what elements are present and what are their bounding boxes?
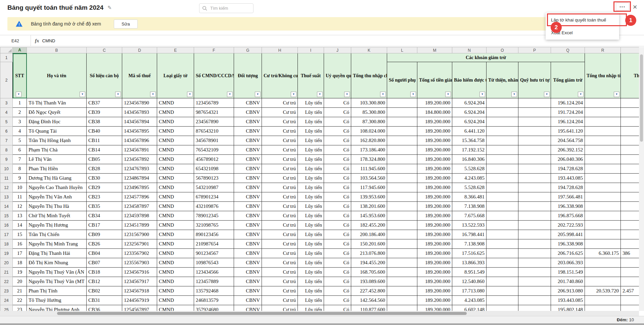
edit-mode-button[interactable]: Sửa: [114, 19, 138, 29]
cell-D23[interactable]: 1234567918: [122, 286, 157, 296]
cell-B6[interactable]: Tô Quang Tài: [27, 127, 87, 136]
cell-J22[interactable]: Có: [324, 277, 351, 286]
cell-F25[interactable]: 357924680: [194, 305, 234, 311]
horizontal-scrollbar-thumb[interactable]: [57, 312, 467, 315]
cell-J9[interactable]: Có: [324, 155, 351, 164]
cell-I4[interactable]: Lũy tiến: [298, 108, 324, 117]
cell-K3[interactable]: 103.300.800: [351, 98, 387, 108]
cell-P25[interactable]: [518, 305, 551, 311]
cell-Q6[interactable]: 195.641.120: [551, 127, 585, 136]
cell-M18[interactable]: 189.200.000: [417, 239, 452, 249]
header-cell-I[interactable]: Thuế suất▼: [298, 53, 324, 98]
header-cell-B[interactable]: Họ và tên▼: [27, 53, 87, 98]
cell-O13[interactable]: [487, 192, 518, 202]
cell-D24[interactable]: 1244567919: [122, 296, 157, 305]
cell-C21[interactable]: CB18: [87, 268, 122, 277]
row-number[interactable]: 1: [0, 53, 13, 62]
cell-H16[interactable]: Cư trú: [262, 221, 298, 230]
cell-G20[interactable]: CBNV: [234, 258, 262, 268]
cell-B22[interactable]: Nguyễn Thị Thuý Vân (MT: [27, 277, 87, 286]
cell-G4[interactable]: CBNV: [234, 108, 262, 117]
cell-E13[interactable]: CMND: [157, 192, 194, 202]
cell-H14[interactable]: Cư trú: [262, 202, 298, 211]
cell-Q23[interactable]: 206.913.080: [551, 286, 585, 296]
cell-K22[interactable]: 193.089.600: [351, 277, 387, 286]
cell-H25[interactable]: Cư trú: [262, 305, 298, 311]
cell-E9[interactable]: CMND: [157, 155, 194, 164]
cell-I15[interactable]: Lũy tiến: [298, 211, 324, 221]
cell-B18[interactable]: Nguyễn Thị Minh Trang: [27, 239, 87, 249]
cell-J4[interactable]: Có: [324, 108, 351, 117]
filter-icon[interactable]: ▼: [227, 92, 233, 97]
cell-C19[interactable]: CB04: [87, 249, 122, 258]
header-cell-N[interactable]: Bảo hiểm được trừ▼: [452, 62, 487, 98]
cell-I20[interactable]: Lũy tiến: [298, 258, 324, 268]
cell-name-box[interactable]: E42: [0, 35, 31, 46]
cell-C24[interactable]: CB31: [87, 296, 122, 305]
cell-Q10[interactable]: 194.728.628: [551, 164, 585, 174]
cell-R12[interactable]: [585, 183, 621, 192]
cell-O25[interactable]: [487, 305, 518, 311]
cell-R14[interactable]: [585, 202, 621, 211]
cell-Q7[interactable]: 204.564.758: [551, 136, 585, 145]
cell-M15[interactable]: 189.200.000: [417, 211, 452, 221]
cell-J23[interactable]: Có: [324, 286, 351, 296]
cell-E15[interactable]: CMND: [157, 211, 194, 221]
cell-C6[interactable]: CB40: [87, 127, 122, 136]
cell-K20[interactable]: 194.455.200: [351, 258, 387, 268]
cell-I10[interactable]: Lũy tiến: [298, 164, 324, 174]
cell-J16[interactable]: Có: [324, 221, 351, 230]
cell-K16[interactable]: 182.455.200: [351, 221, 387, 230]
header-cell-L[interactable]: Số người phụ thuộc▼: [387, 62, 417, 98]
filter-icon[interactable]: ▼: [80, 92, 85, 97]
cell-O6[interactable]: [487, 127, 518, 136]
cell-J17[interactable]: Có: [324, 230, 351, 239]
row-number[interactable]: 11: [0, 174, 13, 183]
cell-P24[interactable]: [518, 296, 551, 305]
column-letter-I[interactable]: I: [298, 47, 324, 53]
cell-P7[interactable]: [518, 136, 551, 145]
cell-A7[interactable]: 5: [13, 136, 27, 145]
cell-F20[interactable]: 109876543: [194, 258, 234, 268]
cell-R8[interactable]: [585, 145, 621, 155]
cell-M8[interactable]: 189.200.000: [417, 145, 452, 155]
cell-A13[interactable]: 11: [13, 192, 27, 202]
cell-A5[interactable]: 3: [13, 117, 27, 127]
cell-Q5[interactable]: 196.124.204: [551, 117, 585, 127]
cell-F11[interactable]: 567890123: [194, 174, 234, 183]
cell-K13[interactable]: 139.953.600: [351, 192, 387, 202]
cell-R16[interactable]: [585, 221, 621, 230]
cell-C15[interactable]: CB34: [87, 211, 122, 221]
column-letter-M[interactable]: M: [417, 47, 452, 53]
header-cell-D[interactable]: Mã số thuế▼: [122, 53, 157, 98]
cell-R5[interactable]: [585, 117, 621, 127]
cell-G9[interactable]: CBNV: [234, 155, 262, 164]
cell-A25[interactable]: 23: [13, 305, 27, 311]
cell-P21[interactable]: [518, 268, 551, 277]
cell-Q24[interactable]: 193.443.085: [551, 296, 585, 305]
cell-K19[interactable]: 213.076.800: [351, 249, 387, 258]
cell-N21[interactable]: 8.951.549: [452, 268, 487, 277]
cell-N14[interactable]: 7.138.908: [452, 202, 487, 211]
cell-H8[interactable]: Cư trú: [262, 145, 298, 155]
cell-E23[interactable]: CMND: [157, 286, 194, 296]
cell-J11[interactable]: Có: [324, 174, 351, 183]
cell-N8[interactable]: 17.192.152: [452, 145, 487, 155]
filter-icon[interactable]: ▼: [150, 92, 156, 97]
column-letter-F[interactable]: F: [194, 47, 234, 53]
cell-B20[interactable]: Đỗ Thị Kim Nhung: [27, 258, 87, 268]
cell-L10[interactable]: [387, 164, 417, 174]
cell-A19[interactable]: 17: [13, 249, 27, 258]
cell-B8[interactable]: Phạm Thị Chà: [27, 145, 87, 155]
header-cell-F[interactable]: Số CMND/CCCD/SĐDCN/Hộ chiếu▼: [194, 53, 234, 98]
cell-L6[interactable]: [387, 127, 417, 136]
cell-F21[interactable]: 123434566: [194, 268, 234, 277]
cell-H19[interactable]: Cư trú: [262, 249, 298, 258]
cell-C5[interactable]: CB38: [87, 117, 122, 127]
cell-B14[interactable]: Nguyễn Thị Thu Hà: [27, 202, 87, 211]
cell-H22[interactable]: Cư trú: [262, 277, 298, 286]
formula-value[interactable]: CMND: [42, 38, 55, 43]
column-letter-O[interactable]: O: [487, 47, 518, 53]
filter-icon[interactable]: ▼: [16, 92, 21, 97]
cell-N22[interactable]: 12.540.860: [452, 277, 487, 286]
